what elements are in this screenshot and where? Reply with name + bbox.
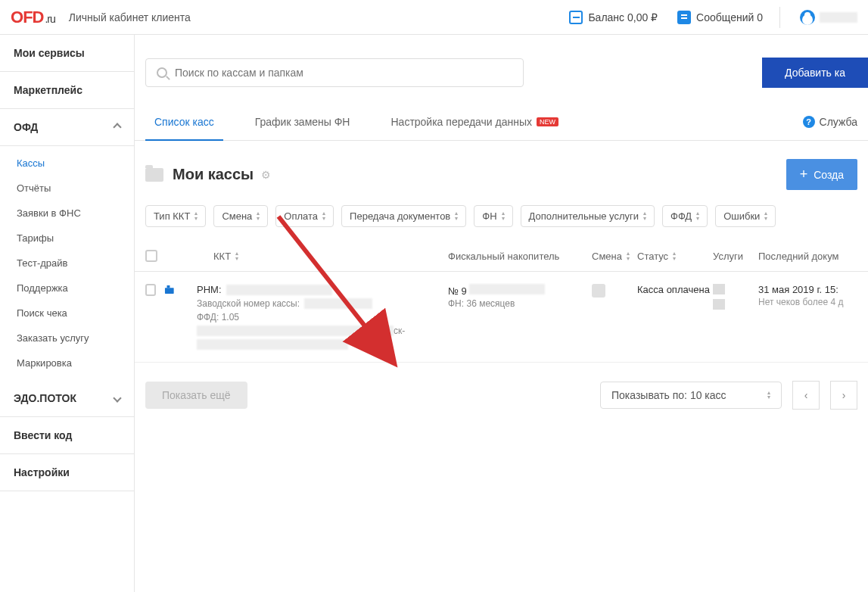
tab-list[interactable]: Список касс <box>145 103 223 140</box>
help-icon: ? <box>803 116 815 128</box>
section-title: Мои кассы <box>173 166 254 183</box>
svg-rect-1 <box>167 285 170 288</box>
svg-rect-0 <box>165 288 174 294</box>
filter-payment[interactable]: Оплата <box>275 205 334 227</box>
rnm-label: РНМ: <box>197 284 222 295</box>
search-input[interactable] <box>175 67 512 79</box>
sidebar-item-tariffs[interactable]: Тарифы <box>0 226 134 251</box>
sidebar-item-support[interactable]: Поддержка <box>0 276 134 301</box>
folder-icon <box>145 168 163 182</box>
tab-fn-schedule[interactable]: График замены ФН <box>246 103 359 140</box>
cash-register-icon <box>163 284 176 298</box>
filter-ffd[interactable]: ФФД <box>662 205 708 227</box>
filter-doc-transfer[interactable]: Передача документов <box>341 205 466 227</box>
filter-errors[interactable]: Ошибки <box>715 205 776 227</box>
new-badge: NEW <box>537 117 558 126</box>
sidebar-enter-code[interactable]: Ввести код <box>0 417 134 454</box>
messages-display[interactable]: Сообщений 0 <box>677 11 763 24</box>
avatar-icon <box>800 10 815 25</box>
sidebar-item-kassy[interactable]: Кассы <box>0 151 134 176</box>
sidebar-item-marking[interactable]: Маркировка <box>0 351 134 375</box>
sidebar-item-order-service[interactable]: Заказать услугу <box>0 326 134 351</box>
sidebar-my-services[interactable]: Мои сервисы <box>0 35 134 72</box>
shift-indicator <box>592 284 605 298</box>
fn-number-prefix: № 9 <box>448 285 467 297</box>
add-kassa-button[interactable]: Добавить ка <box>762 58 868 88</box>
logo[interactable]: OFD.ru <box>11 8 55 27</box>
filter-fn[interactable]: ФН <box>474 205 512 227</box>
th-kkt[interactable]: ККТ <box>213 251 231 262</box>
app-title: Личный кабинет клиента <box>69 11 191 23</box>
chevron-down-icon <box>113 394 121 402</box>
row-checkbox[interactable] <box>145 284 156 296</box>
user-name <box>820 12 857 23</box>
gear-icon[interactable]: ⚙ <box>261 169 271 181</box>
last-doc-date: 31 мая 2019 г. 15: <box>758 284 857 295</box>
message-icon <box>677 11 691 24</box>
th-last-doc: Последний докум <box>758 251 857 262</box>
filter-kkt-type[interactable]: Тип ККТ <box>145 205 206 227</box>
tab-data-transfer[interactable]: Настройка передачи данных NEW <box>381 103 568 140</box>
balance-display[interactable]: Баланс 0,00 ₽ <box>569 11 658 24</box>
service-icon-1 <box>713 284 725 294</box>
sidebar-item-reports[interactable]: Отчёты <box>0 176 134 201</box>
factory-label: Заводской номер кассы: <box>197 298 300 309</box>
search-box[interactable] <box>145 58 524 87</box>
per-page-select[interactable]: Показывать по: 10 касс ▴▾ <box>600 382 782 409</box>
fn-number <box>469 284 545 294</box>
help-link[interactable]: ? Служба <box>803 116 857 128</box>
create-folder-button[interactable]: + Созда <box>786 159 857 190</box>
pager-prev[interactable]: ‹ <box>792 381 820 410</box>
th-services: Услуги <box>713 251 758 262</box>
show-more-button: Показать ещё <box>145 382 247 409</box>
sidebar-item-search-check[interactable]: Поиск чека <box>0 301 134 326</box>
chevron-up-icon <box>113 123 121 131</box>
user-menu[interactable] <box>800 10 857 25</box>
ffd-value: ФФД: 1.05 <box>197 312 448 322</box>
table-row[interactable]: РНМ: Заводской номер кассы: ФФД: 1.05 ск… <box>135 272 868 363</box>
fn-months: ФН: 36 месяцев <box>448 298 592 309</box>
sidebar-item-test-drive[interactable]: Тест-драйв <box>0 251 134 276</box>
filter-shift[interactable]: Смена <box>213 205 268 227</box>
sidebar-marketplace[interactable]: Маркетплейс <box>0 72 134 109</box>
status-value: Касса оплачена <box>637 284 713 295</box>
sidebar-item-fns[interactable]: Заявки в ФНС <box>0 201 134 226</box>
filter-extra-services[interactable]: Дополнительные услуги <box>521 205 655 227</box>
th-shift[interactable]: Смена <box>592 251 622 262</box>
plus-icon: + <box>800 167 808 182</box>
pager-next[interactable]: › <box>830 381 857 410</box>
wallet-icon <box>569 11 583 24</box>
search-icon <box>157 67 167 78</box>
sidebar-settings[interactable]: Настройки <box>0 454 134 491</box>
no-checks-warning: Нет чеков более 4 д <box>758 297 857 307</box>
service-icon-2 <box>713 299 725 310</box>
factory-value <box>304 298 372 309</box>
sidebar-edo[interactable]: ЭДО.ПОТОК <box>0 380 134 417</box>
select-all-checkbox[interactable] <box>145 250 157 262</box>
th-fn[interactable]: Фискальный накопитель <box>448 251 592 262</box>
address-value <box>197 326 394 336</box>
th-status[interactable]: Статус <box>637 251 668 262</box>
sidebar-ofd[interactable]: ОФД <box>0 109 134 146</box>
rnm-value <box>226 285 332 295</box>
